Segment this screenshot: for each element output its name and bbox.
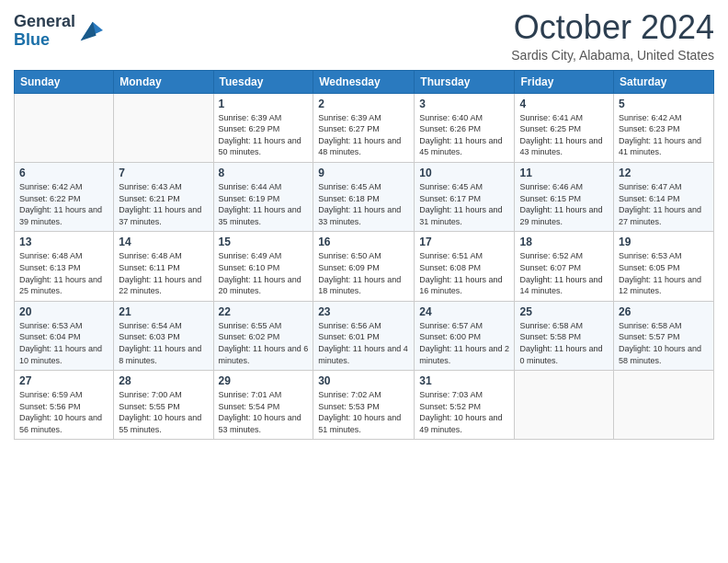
cell-info: Daylight: 11 hours and 43 minutes. (519, 135, 609, 158)
cell-info: Daylight: 11 hours and 2 minutes. (419, 343, 509, 366)
month-title: October 2024 (511, 9, 714, 46)
day-number: 31 (419, 374, 509, 387)
cell-info: Sunset: 6:17 PM (419, 193, 509, 205)
day-number: 19 (619, 236, 709, 248)
day-number: 4 (519, 98, 609, 110)
cell-info: Sunrise: 6:47 AM (619, 181, 709, 193)
calendar-cell: 31Sunrise: 7:03 AMSunset: 5:52 PMDayligh… (415, 371, 515, 440)
header-saturday: Saturday (614, 70, 714, 93)
cell-info: Daylight: 11 hours and 39 minutes. (19, 204, 108, 227)
calendar-cell: 27Sunrise: 6:59 AMSunset: 5:56 PMDayligh… (15, 371, 114, 440)
cell-info: Daylight: 11 hours and 50 minutes. (219, 135, 309, 158)
day-number: 12 (619, 167, 709, 179)
calendar-cell: 16Sunrise: 6:50 AMSunset: 6:09 PMDayligh… (313, 232, 415, 301)
cell-info: Sunrise: 6:49 AM (219, 250, 309, 262)
day-number: 28 (119, 374, 208, 387)
cell-info: Daylight: 10 hours and 49 minutes. (419, 412, 509, 435)
cell-info: Daylight: 10 hours and 53 minutes. (219, 412, 309, 435)
day-number: 1 (219, 98, 309, 110)
day-number: 16 (318, 236, 409, 248)
cell-info: Sunrise: 6:56 AM (318, 320, 409, 332)
day-number: 9 (318, 167, 409, 179)
day-number: 13 (19, 236, 108, 248)
cell-info: Sunset: 5:52 PM (419, 401, 509, 413)
calendar-cell: 19Sunrise: 6:53 AMSunset: 6:05 PMDayligh… (614, 232, 714, 301)
cell-info: Sunset: 6:05 PM (619, 262, 709, 274)
cell-info: Sunrise: 6:40 AM (419, 112, 509, 124)
cell-info: Daylight: 11 hours and 14 minutes. (519, 274, 609, 297)
cell-info: Sunset: 6:03 PM (119, 331, 208, 343)
cell-info: Sunrise: 6:46 AM (519, 181, 609, 193)
cell-info: Sunrise: 6:58 AM (519, 320, 609, 332)
cell-info: Sunset: 6:14 PM (619, 193, 709, 205)
calendar-cell: 2Sunrise: 6:39 AMSunset: 6:27 PMDaylight… (313, 93, 415, 162)
cell-info: Sunrise: 6:44 AM (219, 181, 309, 193)
calendar-cell: 6Sunrise: 6:42 AMSunset: 6:22 PMDaylight… (15, 162, 114, 231)
day-number: 14 (119, 236, 208, 248)
cell-info: Sunrise: 6:55 AM (219, 320, 309, 332)
cell-info: Sunset: 6:08 PM (419, 262, 509, 274)
cell-info: Sunset: 5:56 PM (19, 401, 108, 413)
day-number: 29 (219, 374, 309, 387)
cell-info: Sunrise: 7:03 AM (419, 389, 509, 401)
day-number: 25 (519, 305, 609, 318)
calendar-cell: 24Sunrise: 6:57 AMSunset: 6:00 PMDayligh… (415, 301, 515, 370)
day-number: 15 (219, 236, 309, 248)
cell-info: Sunrise: 6:42 AM (19, 181, 108, 193)
day-number: 8 (219, 167, 309, 179)
calendar-cell: 17Sunrise: 6:51 AMSunset: 6:08 PMDayligh… (415, 232, 515, 301)
calendar-cell: 22Sunrise: 6:55 AMSunset: 6:02 PMDayligh… (213, 301, 313, 370)
day-number: 3 (419, 98, 509, 110)
cell-info: Daylight: 11 hours and 6 minutes. (219, 343, 309, 366)
cell-info: Sunset: 6:23 PM (619, 123, 709, 135)
cell-info: Sunset: 6:27 PM (318, 123, 409, 135)
calendar-cell: 12Sunrise: 6:47 AMSunset: 6:14 PMDayligh… (614, 162, 714, 231)
calendar-header-row: SundayMondayTuesdayWednesdayThursdayFrid… (15, 70, 714, 93)
cell-info: Sunset: 6:04 PM (19, 331, 108, 343)
cell-info: Sunset: 6:29 PM (219, 123, 309, 135)
calendar-cell: 9Sunrise: 6:45 AMSunset: 6:18 PMDaylight… (313, 162, 415, 231)
calendar-cell: 23Sunrise: 6:56 AMSunset: 6:01 PMDayligh… (313, 301, 415, 370)
cell-info: Daylight: 10 hours and 56 minutes. (19, 412, 108, 435)
cell-info: Daylight: 11 hours and 41 minutes. (619, 135, 709, 158)
cell-info: Sunset: 6:09 PM (318, 262, 409, 274)
cell-info: Daylight: 11 hours and 16 minutes. (419, 274, 509, 297)
logo: General Blue (14, 13, 103, 50)
calendar-cell: 29Sunrise: 7:01 AMSunset: 5:54 PMDayligh… (213, 371, 313, 440)
day-number: 18 (519, 236, 609, 248)
calendar-cell: 15Sunrise: 6:49 AMSunset: 6:10 PMDayligh… (213, 232, 313, 301)
calendar-cell: 20Sunrise: 6:53 AMSunset: 6:04 PMDayligh… (15, 301, 114, 370)
cell-info: Sunset: 6:00 PM (419, 331, 509, 343)
calendar-cell: 8Sunrise: 6:44 AMSunset: 6:19 PMDaylight… (213, 162, 313, 231)
week-row-3: 13Sunrise: 6:48 AMSunset: 6:13 PMDayligh… (15, 232, 714, 301)
day-number: 20 (19, 305, 108, 318)
header-friday: Friday (515, 70, 614, 93)
calendar-cell (15, 93, 114, 162)
cell-info: Sunset: 5:57 PM (619, 331, 709, 343)
day-number: 10 (419, 167, 509, 179)
cell-info: Daylight: 10 hours and 55 minutes. (119, 412, 208, 435)
cell-info: Sunrise: 6:52 AM (519, 250, 609, 262)
cell-info: Sunrise: 6:39 AM (219, 112, 309, 124)
cell-info: Sunset: 5:53 PM (318, 401, 409, 413)
day-number: 30 (318, 374, 409, 387)
cell-info: Sunset: 6:11 PM (119, 262, 208, 274)
logo-general: General (14, 13, 75, 31)
cell-info: Sunrise: 6:43 AM (119, 181, 208, 193)
logo-text: General Blue (14, 13, 75, 50)
day-number: 7 (119, 167, 208, 179)
cell-info: Sunrise: 6:51 AM (419, 250, 509, 262)
day-number: 11 (519, 167, 609, 179)
calendar-cell: 18Sunrise: 6:52 AMSunset: 6:07 PMDayligh… (515, 232, 614, 301)
calendar-cell: 21Sunrise: 6:54 AMSunset: 6:03 PMDayligh… (114, 301, 213, 370)
calendar-cell: 30Sunrise: 7:02 AMSunset: 5:53 PMDayligh… (313, 371, 415, 440)
cell-info: Sunrise: 6:58 AM (619, 320, 709, 332)
cell-info: Daylight: 11 hours and 27 minutes. (619, 204, 709, 227)
cell-info: Daylight: 11 hours and 0 minutes. (519, 343, 609, 366)
cell-info: Sunrise: 6:50 AM (318, 250, 409, 262)
day-number: 24 (419, 305, 509, 318)
calendar-cell: 28Sunrise: 7:00 AMSunset: 5:55 PMDayligh… (114, 371, 213, 440)
day-number: 21 (119, 305, 208, 318)
cell-info: Daylight: 11 hours and 29 minutes. (519, 204, 609, 227)
week-row-2: 6Sunrise: 6:42 AMSunset: 6:22 PMDaylight… (15, 162, 714, 231)
